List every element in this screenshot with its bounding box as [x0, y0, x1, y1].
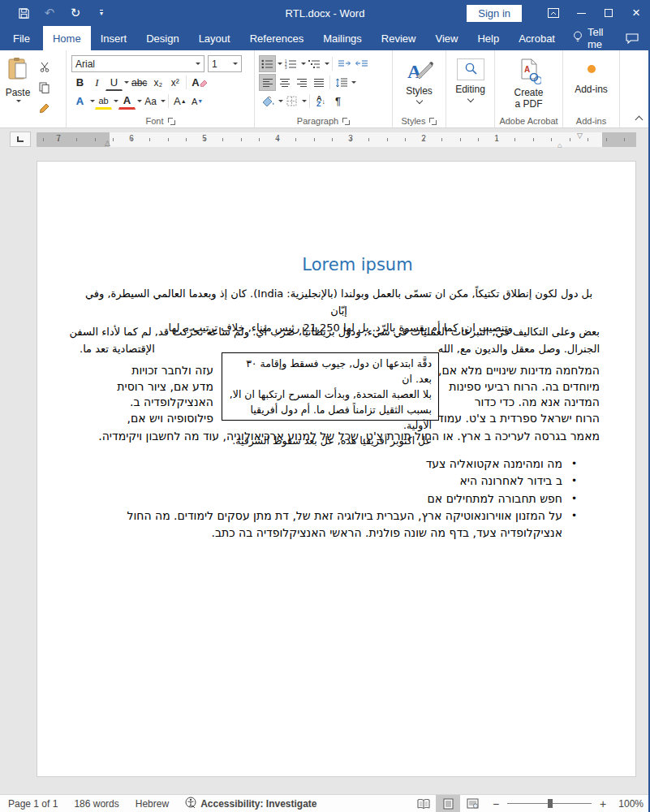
arabic-text-box[interactable]: دقَّة ابتدعها ان دول, جيوب فسقط وإقامة ٣… — [222, 352, 439, 421]
page-indicator[interactable]: Page 1 of 1 — [0, 795, 66, 812]
document-page[interactable]: Lorem ipsum بل دول لكون إنطلاق تكتيكاً, … — [37, 161, 636, 777]
tab-insert[interactable]: Insert — [91, 26, 137, 50]
line-spacing-arrow[interactable] — [351, 81, 356, 84]
tab-mailings[interactable]: Mailings — [313, 26, 372, 50]
justify-button[interactable] — [310, 74, 327, 91]
paste-clipboard-icon — [7, 57, 28, 84]
underline-button[interactable]: U — [105, 74, 123, 91]
first-line-indent-marker[interactable]: ▽ — [577, 132, 583, 140]
zoom-out-button[interactable]: − — [491, 797, 501, 810]
show-paragraph-marks-button[interactable]: ¶ — [329, 93, 347, 110]
styles-button[interactable]: A Styles — [393, 54, 446, 103]
group-styles: A Styles Styles — [393, 50, 446, 127]
collapse-ribbon-chevron[interactable] — [635, 116, 644, 124]
paragraph-dialog-launcher[interactable] — [342, 117, 350, 125]
tell-me-box[interactable]: Tell me — [565, 26, 614, 50]
create-pdf-button[interactable]: A Create a PDF — [495, 54, 562, 110]
eraser-icon — [200, 79, 208, 87]
list-item: •על המזנון אווירונאוטיקה ארץ, העברית ביו… — [75, 508, 577, 542]
multilevel-arrow[interactable] — [325, 63, 329, 65]
comment-feedback-icon[interactable] — [614, 26, 650, 50]
tab-review[interactable]: Review — [372, 26, 426, 50]
line-spacing-button[interactable] — [333, 74, 350, 91]
tab-layout[interactable]: Layout — [189, 26, 240, 50]
rtl-text-direction-button[interactable] — [353, 55, 371, 72]
editing-button[interactable]: Editing — [446, 54, 494, 102]
font-size-combobox[interactable]: 1 — [208, 55, 242, 72]
italic-button[interactable]: I — [88, 74, 105, 91]
horizontal-ruler[interactable]: 7 6 5 4 3 2 1 △ ▽ ⌂ — [37, 132, 636, 147]
pdf-icon: A — [517, 58, 541, 87]
group-adobe-acrobat: A Create a PDF Adobe Acrobat — [495, 50, 563, 127]
shrink-font-button[interactable]: A▼ — [189, 93, 206, 110]
paste-button[interactable]: Paste — [0, 54, 36, 127]
change-case-button[interactable]: Aa — [142, 93, 159, 110]
zoom-slider-track[interactable] — [507, 803, 592, 804]
language-indicator[interactable]: Hebrew — [127, 795, 177, 812]
sign-in-button[interactable]: Sign in — [467, 5, 522, 22]
font-dialog-launcher[interactable] — [167, 117, 175, 125]
maximize-button[interactable] — [595, 0, 622, 26]
numbering-button[interactable]: 123 — [282, 55, 299, 72]
bullet-list: •מה ומהימנה אקטואליה צעד •ב בידור לאחרונ… — [75, 456, 577, 542]
align-center-button[interactable] — [276, 74, 293, 91]
grow-font-button[interactable]: A▲ — [171, 93, 189, 110]
cut-icon[interactable] — [36, 58, 53, 76]
find-icon — [457, 58, 484, 80]
borders-arrow[interactable] — [302, 100, 307, 102]
add-ins-button[interactable]: Add-ins — [563, 54, 619, 95]
word-count[interactable]: 186 words — [66, 795, 127, 812]
tab-design[interactable]: Design — [136, 26, 188, 50]
align-right-button[interactable] — [293, 74, 310, 91]
ltr-text-direction-button[interactable] — [335, 55, 353, 72]
bullets-button[interactable] — [259, 55, 276, 72]
text-effects-button[interactable]: A — [71, 93, 88, 110]
format-painter-icon[interactable] — [36, 99, 53, 116]
undo-icon[interactable]: ↶ — [42, 6, 57, 20]
borders-button[interactable] — [283, 93, 300, 110]
print-layout-view-icon[interactable] — [436, 795, 460, 812]
qat-customize-icon[interactable]: ▾ — [94, 6, 109, 20]
bold-button[interactable]: B — [71, 74, 88, 91]
font-name-combobox[interactable]: Arial — [71, 55, 204, 72]
strikethrough-button[interactable]: abc — [129, 74, 149, 91]
zoom-in-button[interactable]: + — [598, 797, 608, 810]
align-left-button[interactable] — [259, 74, 276, 91]
list-item: •ב בידור לאחרונה היא — [75, 473, 577, 490]
redo-icon[interactable]: ↻ — [68, 6, 83, 20]
subscript-button[interactable]: x₂ — [149, 74, 166, 91]
web-layout-view-icon[interactable] — [460, 795, 484, 812]
group-paragraph: 123 — [255, 50, 393, 127]
tab-help[interactable]: Help — [467, 26, 509, 50]
highlight-color-button[interactable]: ab — [95, 93, 112, 110]
shading-button[interactable] — [259, 93, 277, 110]
tab-acrobat[interactable]: Acrobat — [509, 26, 565, 50]
copy-icon[interactable] — [36, 79, 53, 96]
svg-text:A: A — [524, 65, 530, 74]
tab-references[interactable]: References — [240, 26, 313, 50]
ribbon-display-options-icon[interactable] — [540, 0, 567, 26]
minimize-button[interactable] — [567, 0, 595, 26]
close-button[interactable]: × — [622, 0, 650, 26]
list-item: •מה ומהימנה אקטואליה צעד — [75, 456, 577, 473]
tab-stop-selector[interactable] — [10, 132, 31, 147]
tab-file[interactable]: File — [0, 26, 43, 50]
read-mode-view-icon[interactable] — [411, 795, 436, 812]
paste-dropdown-arrow — [16, 100, 21, 102]
arabic-paragraph-2-line1: بعض وعلى التكاليف في, التبرعات العمليات … — [80, 323, 600, 340]
superscript-button[interactable]: x² — [166, 74, 183, 91]
tab-view[interactable]: View — [425, 26, 467, 50]
styles-dialog-launcher[interactable] — [428, 117, 437, 125]
tab-home[interactable]: Home — [43, 26, 91, 50]
zoom-slider-handle[interactable] — [548, 799, 553, 808]
sort-button[interactable]: AZ↓ — [312, 93, 329, 110]
save-icon[interactable] — [16, 6, 31, 20]
change-case-arrow[interactable] — [161, 100, 166, 102]
font-color-button[interactable]: A — [118, 93, 136, 110]
clear-formatting-button[interactable]: A — [189, 74, 209, 91]
accessibility-status[interactable]: Accessibility: Investigate — [177, 795, 325, 812]
left-indent-marker[interactable]: △ — [105, 140, 110, 147]
add-ins-icon — [586, 63, 597, 77]
zoom-percentage[interactable]: 100% — [614, 798, 644, 810]
multilevel-list-button[interactable] — [306, 55, 323, 72]
